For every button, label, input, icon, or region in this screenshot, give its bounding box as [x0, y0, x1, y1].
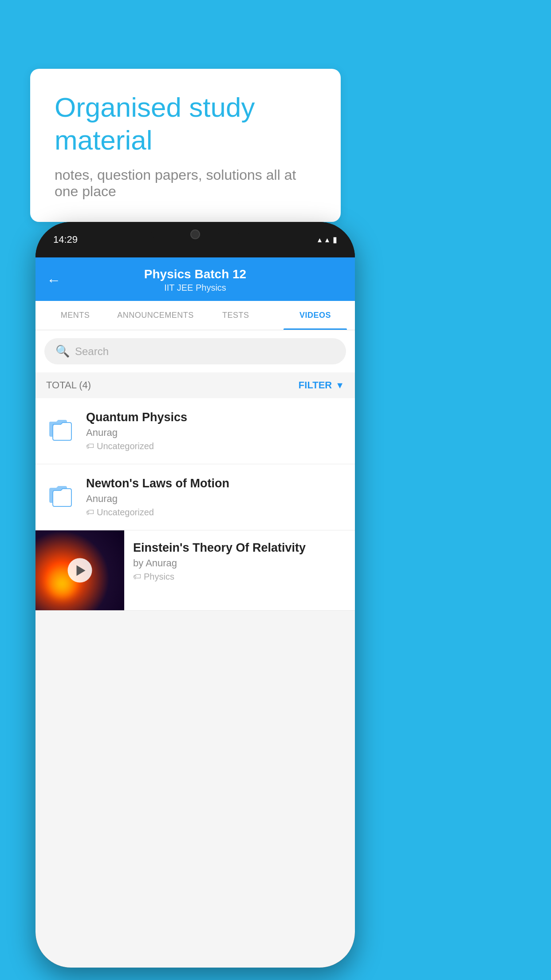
- folder-icon: [46, 413, 77, 444]
- camera: [190, 229, 200, 239]
- video-tag: 🏷 Uncategorized: [86, 441, 344, 451]
- subtext: notes, question papers, solutions all at…: [55, 167, 316, 200]
- video-info: Einstein's Theory Of Relativity by Anura…: [124, 530, 355, 593]
- search-bar-container: 🔍 Search: [35, 330, 355, 372]
- status-icons: ▴ ▴ ▮: [318, 235, 337, 245]
- battery-icon: ▮: [333, 235, 337, 245]
- list-item[interactable]: Quantum Physics Anurag 🏷 Uncategorized: [35, 398, 355, 464]
- headline: Organised study material: [55, 91, 316, 157]
- tag-label: Uncategorized: [97, 507, 154, 518]
- search-bar[interactable]: 🔍 Search: [44, 338, 346, 364]
- video-title: Einstein's Theory Of Relativity: [133, 541, 346, 555]
- tag-label: Physics: [144, 572, 174, 582]
- tag-icon: 🏷: [133, 572, 141, 581]
- video-author: by Anurag: [133, 557, 346, 569]
- tab-announcements[interactable]: ANNOUNCEMENTS: [115, 301, 196, 330]
- tabs-bar: MENTS ANNOUNCEMENTS TESTS VIDEOS: [35, 301, 355, 330]
- video-info: Quantum Physics Anurag 🏷 Uncategorized: [86, 411, 344, 451]
- phone-frame: 14:29 ▴ ▴ ▮ ← Physics Batch 12 IIT JEE P…: [35, 222, 355, 968]
- video-title: Newton's Laws of Motion: [86, 477, 344, 490]
- filter-icon: ▼: [335, 380, 344, 391]
- status-bar: 14:29 ▴ ▴ ▮: [35, 222, 355, 257]
- batch-tags: IIT JEE Physics: [144, 283, 246, 293]
- filter-row: TOTAL (4) FILTER ▼: [35, 372, 355, 398]
- tab-tests[interactable]: TESTS: [196, 301, 276, 330]
- speech-bubble-container: Organised study material notes, question…: [30, 69, 341, 222]
- list-item[interactable]: Einstein's Theory Of Relativity by Anura…: [35, 530, 355, 611]
- tag-icon: 🏷: [86, 442, 94, 451]
- tab-ments[interactable]: MENTS: [35, 301, 115, 330]
- filter-button[interactable]: FILTER ▼: [299, 379, 344, 391]
- back-button[interactable]: ←: [47, 272, 61, 288]
- phone-screen: ← Physics Batch 12 IIT JEE Physics MENTS…: [35, 257, 355, 968]
- folder-icon: [46, 479, 77, 510]
- search-icon: 🔍: [55, 344, 70, 358]
- play-triangle-icon: [76, 565, 85, 576]
- list-item[interactable]: Newton's Laws of Motion Anurag 🏷 Uncateg…: [35, 464, 355, 530]
- tag-label: Uncategorized: [97, 441, 154, 451]
- play-button[interactable]: [68, 558, 92, 583]
- video-author: Anurag: [86, 427, 344, 439]
- speech-bubble: Organised study material notes, question…: [30, 69, 341, 222]
- tab-videos[interactable]: VIDEOS: [276, 301, 355, 330]
- video-thumbnail: [35, 530, 124, 610]
- app-header: ← Physics Batch 12 IIT JEE Physics: [35, 257, 355, 301]
- wifi-icon: ▴: [318, 235, 322, 245]
- video-tag: 🏷 Physics: [133, 572, 346, 582]
- total-count: TOTAL (4): [46, 379, 91, 391]
- video-title: Quantum Physics: [86, 411, 344, 424]
- header-title: Physics Batch 12 IIT JEE Physics: [144, 267, 246, 293]
- video-author: Anurag: [86, 493, 344, 505]
- filter-label: FILTER: [299, 379, 332, 391]
- video-tag: 🏷 Uncategorized: [86, 507, 344, 518]
- batch-name: Physics Batch 12: [144, 267, 246, 281]
- search-input-placeholder[interactable]: Search: [75, 345, 109, 358]
- status-time: 14:29: [53, 234, 78, 245]
- video-info: Newton's Laws of Motion Anurag 🏷 Uncateg…: [86, 477, 344, 518]
- signal-icon: ▴: [325, 235, 329, 245]
- notch: [151, 222, 240, 246]
- content-list: Quantum Physics Anurag 🏷 Uncategorized: [35, 398, 355, 611]
- tag-icon: 🏷: [86, 508, 94, 517]
